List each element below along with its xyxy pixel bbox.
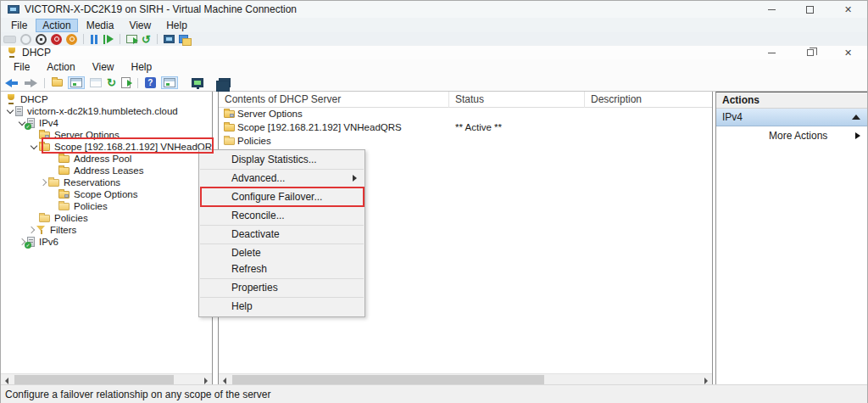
enhanced-session-icon[interactable] bbox=[164, 35, 175, 43]
tree-item-reservations[interactable]: Reservations bbox=[1, 176, 212, 188]
menu-item-advanced[interactable]: Advanced... bbox=[199, 171, 364, 187]
close-button[interactable]: ✕ bbox=[829, 1, 867, 18]
dhcp-menu-file[interactable]: File bbox=[6, 60, 39, 74]
chevron-down-icon[interactable] bbox=[5, 106, 15, 116]
tree-item-address-leases[interactable]: Address Leases bbox=[1, 165, 212, 176]
tree-item-dhcp-root[interactable]: DHCP bbox=[1, 93, 212, 105]
show-console-tree-toggle[interactable] bbox=[68, 76, 85, 89]
minimize-button[interactable] bbox=[753, 1, 791, 18]
collapse-up-icon[interactable] bbox=[852, 115, 860, 120]
maximize-icon bbox=[806, 6, 814, 14]
tree-horizontal-scrollbar[interactable] bbox=[1, 373, 212, 384]
maximize-button[interactable] bbox=[791, 1, 829, 18]
more-actions-item[interactable]: More Actions bbox=[716, 126, 867, 145]
status-bar: Configure a failover relationship on any… bbox=[1, 384, 867, 403]
tree-item-label: Policies bbox=[74, 201, 108, 211]
vm-menu-view[interactable]: View bbox=[122, 19, 158, 32]
chevron-right-icon[interactable] bbox=[38, 177, 48, 188]
folder-icon bbox=[224, 124, 235, 132]
console-monitor-icon[interactable] bbox=[192, 78, 203, 87]
list-row-scope[interactable]: Scope [192.168.21.192] VNHeadQRS ** Acti… bbox=[219, 121, 712, 135]
list-row-policies[interactable]: Policies bbox=[219, 135, 712, 148]
save-screen-icon[interactable] bbox=[126, 35, 137, 43]
tree-item-policies[interactable]: Policies bbox=[1, 212, 212, 224]
scroll-left-icon[interactable] bbox=[1, 374, 14, 384]
scroll-right-icon[interactable] bbox=[699, 374, 712, 384]
menu-item-display-statistics[interactable]: Display Statistics... bbox=[199, 152, 364, 168]
revert-icon[interactable]: ↺ bbox=[142, 34, 151, 45]
turn-off-icon[interactable] bbox=[51, 34, 62, 45]
tree-item-ipv4[interactable]: IPv4 bbox=[1, 117, 212, 129]
menu-item-deactivate[interactable]: Deactivate bbox=[199, 227, 364, 243]
back-icon[interactable] bbox=[5, 78, 19, 88]
tree-item-filters[interactable]: Filters bbox=[1, 224, 212, 236]
row-name: Server Options bbox=[237, 109, 303, 119]
submenu-arrow-icon bbox=[855, 132, 860, 139]
menu-item-help[interactable]: Help bbox=[199, 299, 364, 315]
export-list-icon[interactable] bbox=[121, 77, 131, 88]
vm-menu-help[interactable]: Help bbox=[159, 19, 194, 32]
save-icon[interactable] bbox=[90, 78, 102, 87]
ctrl-alt-del-icon[interactable] bbox=[3, 36, 16, 43]
scrollbar-thumb[interactable] bbox=[232, 375, 544, 384]
vm-menu-action[interactable]: Action bbox=[36, 19, 77, 32]
tree-item-server[interactable]: victorn-x-dc2k19.humbletech.cloud bbox=[1, 105, 212, 117]
folder-icon bbox=[39, 215, 50, 222]
dual-monitor-icon[interactable] bbox=[219, 78, 231, 87]
list-row-server-options[interactable]: Server Options bbox=[219, 108, 712, 121]
content-horizontal-scrollbar[interactable] bbox=[219, 373, 712, 384]
tree-item-address-pool[interactable]: Address Pool bbox=[1, 153, 212, 165]
vm-menu-media[interactable]: Media bbox=[80, 19, 121, 32]
menu-separator bbox=[200, 278, 364, 279]
menu-item-refresh[interactable]: Refresh bbox=[199, 261, 364, 277]
dhcp-menu-view[interactable]: View bbox=[85, 60, 124, 74]
pause-icon[interactable] bbox=[90, 35, 99, 44]
menu-item-reconcile[interactable]: Reconcile... bbox=[199, 208, 364, 224]
chevron-down-icon[interactable] bbox=[29, 142, 39, 152]
tree-item-label: DHCP bbox=[20, 94, 48, 104]
scrollbar-thumb[interactable] bbox=[14, 375, 174, 384]
restore-button[interactable] bbox=[791, 46, 829, 59]
column-header-status[interactable]: Status bbox=[449, 92, 585, 108]
checkpoint-icon[interactable] bbox=[179, 35, 190, 44]
actions-pane-title: Actions bbox=[716, 92, 867, 109]
vm-menu-file[interactable]: File bbox=[4, 19, 34, 32]
refresh-icon[interactable]: ↻ bbox=[107, 77, 116, 88]
column-header-description[interactable]: Description bbox=[585, 92, 713, 108]
dhcp-menu-help[interactable]: Help bbox=[124, 60, 162, 74]
show-action-pane-toggle[interactable] bbox=[161, 76, 178, 89]
tree-item-scope-policies[interactable]: Policies bbox=[1, 200, 212, 212]
dhcp-menu-action[interactable]: Action bbox=[39, 60, 84, 74]
forward-icon[interactable] bbox=[24, 78, 37, 88]
scroll-right-icon[interactable] bbox=[199, 374, 212, 384]
folder-icon bbox=[48, 179, 59, 187]
scroll-left-icon[interactable] bbox=[219, 374, 231, 384]
tree-item-label: Reservations bbox=[64, 177, 120, 188]
start-icon[interactable] bbox=[20, 34, 31, 45]
folder-icon bbox=[58, 155, 70, 163]
tree-item-ipv6[interactable]: IPv6 bbox=[1, 236, 212, 248]
help-icon[interactable]: ? bbox=[145, 77, 156, 88]
server-check-icon bbox=[27, 118, 35, 128]
chevron-right-icon[interactable] bbox=[26, 225, 36, 235]
minimize-button[interactable] bbox=[753, 46, 791, 59]
menu-item-delete[interactable]: Delete bbox=[199, 245, 364, 261]
close-button[interactable]: ✕ bbox=[829, 46, 867, 59]
menu-item-properties[interactable]: Properties bbox=[199, 280, 364, 296]
stop-icon[interactable] bbox=[36, 34, 47, 45]
step-icon[interactable] bbox=[103, 35, 114, 44]
column-header-contents[interactable]: Contents of DHCP Server bbox=[219, 92, 449, 108]
actions-group-ipv4[interactable]: IPv4 bbox=[716, 109, 867, 126]
annotation-red-box-scope bbox=[42, 137, 214, 154]
console-tree-pane: DHCP victorn-x-dc2k19.humbletech.cloud I… bbox=[1, 92, 213, 384]
tree-item-label: IPv4 bbox=[39, 118, 58, 128]
toolbar-separator bbox=[44, 78, 45, 88]
scope-context-menu: Display Statistics... Advanced... Config… bbox=[198, 149, 365, 317]
filter-icon bbox=[36, 226, 46, 234]
up-one-level-icon[interactable] bbox=[52, 79, 63, 87]
tree-item-scope-options[interactable]: Scope Options bbox=[1, 188, 212, 200]
shut-down-icon[interactable] bbox=[66, 34, 77, 45]
tree-item-label: victorn-x-dc2k19.humbletech.cloud bbox=[27, 106, 178, 116]
tree-item-label: Policies bbox=[54, 213, 88, 223]
toolbar-separator bbox=[137, 78, 138, 88]
